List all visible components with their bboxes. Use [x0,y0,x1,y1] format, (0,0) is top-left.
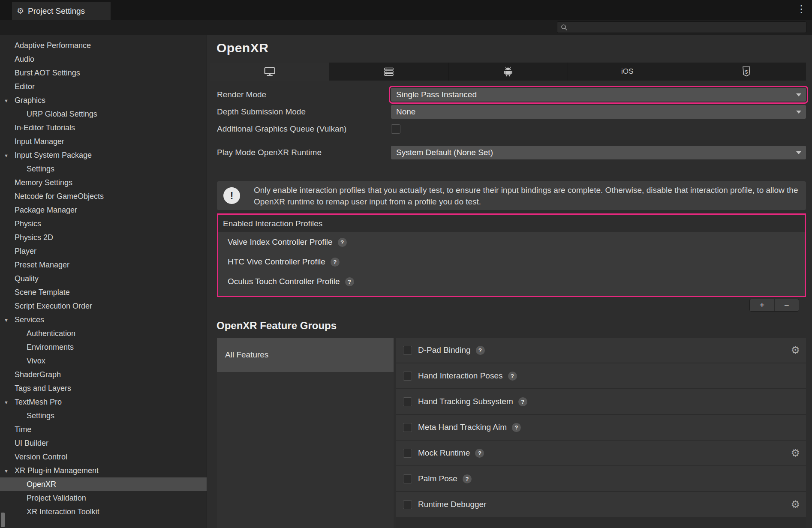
sidebar-item[interactable]: ▼ Tags and Layers [0,381,207,395]
sidebar-item[interactable]: ▼ Physics 2D [0,231,207,244]
feature-settings-gear-icon[interactable]: ⚙ [791,448,800,458]
feature-checkbox[interactable] [403,449,412,458]
platform-tab-desktop[interactable] [210,63,329,81]
sidebar-item[interactable]: ▼ XR Interaction Toolkit [0,505,207,519]
sidebar-item[interactable]: ▼ Burst AOT Settings [0,66,207,80]
sidebar-item[interactable]: ▼ OpenXR [0,477,207,491]
sidebar-item[interactable]: ▼ Adaptive Performance [0,39,207,52]
feature-row[interactable]: Palm Pose ? ⚙ [396,466,806,491]
feature-row[interactable]: Meta Hand Tracking Aim ? ⚙ [396,415,806,440]
feature-row[interactable]: Mock Runtime ? ⚙ [396,441,806,465]
sidebar-item[interactable]: ▼ Project Validation [0,491,207,505]
sidebar-item[interactable]: ▼ Services [0,313,207,327]
feature-label: D-Pad Binding [418,345,471,355]
sidebar-item[interactable]: ▼ Netcode for GameObjects [0,189,207,203]
interaction-profile-row[interactable]: Valve Index Controller Profile ? [218,232,805,252]
sidebar-item[interactable]: ▼ ShaderGraph [0,368,207,381]
sidebar-item-label: ShaderGraph [15,370,61,379]
sidebar-item[interactable]: ▼ Scene Template [0,285,207,299]
feature-checkbox[interactable] [403,500,412,509]
feature-row[interactable]: Runtime Debugger ? ⚙ [396,492,806,517]
feature-row[interactable]: D-Pad Binding ? ⚙ [396,338,806,363]
foldout-triangle-icon[interactable]: ▼ [4,464,9,478]
render-mode-dropdown[interactable]: Single Pass Instanced [391,88,806,102]
features-list: D-Pad Binding ? ⚙ Hand Interaction Poses… [396,338,806,528]
interaction-profile-label: HTC Vive Controller Profile [228,257,325,267]
foldout-triangle-icon[interactable]: ▼ [4,396,9,409]
sidebar-item[interactable]: ▼ Settings [0,162,207,176]
sidebar-item[interactable]: ▼ In-Editor Tutorials [0,121,207,135]
feature-checkbox[interactable] [403,423,412,432]
sidebar-item[interactable]: ▼ Version Control [0,450,207,464]
sidebar-item-label: XR Plug-in Management [15,466,99,475]
feature-row[interactable]: Hand Tracking Subsystem ? ⚙ [396,389,806,414]
sidebar-item-label: UI Builder [15,439,48,447]
feature-checkbox[interactable] [403,372,412,381]
sidebar-item[interactable]: ▼ Physics [0,217,207,231]
help-icon[interactable]: ? [475,449,484,458]
sidebar-item[interactable]: ▼ Package Manager [0,203,207,217]
help-icon[interactable]: ? [338,238,347,247]
foldout-triangle-icon[interactable]: ▼ [4,149,9,162]
platform-tab-dedicated-server[interactable] [329,63,448,81]
platform-tab-android[interactable] [448,63,567,81]
sidebar-item[interactable]: ▼ Settings [0,409,207,423]
feature-group-item[interactable]: All Features [217,338,394,372]
sidebar-item[interactable]: ▼ Audio [0,52,207,66]
foldout-triangle-icon[interactable]: ▼ [4,313,9,327]
sidebar-item[interactable]: ▼ Editor [0,80,207,93]
sidebar-item-label: Time [15,425,31,434]
feature-row[interactable]: Hand Interaction Poses ? ⚙ [396,363,806,388]
help-icon[interactable]: ? [508,372,517,381]
sidebar-item[interactable]: ▼ Time [0,423,207,436]
help-icon[interactable]: ? [331,258,340,267]
sidebar-item[interactable]: ▼ TextMesh Pro [0,395,207,409]
sidebar-item[interactable]: ▼ Authentication [0,327,207,340]
foldout-triangle-icon[interactable]: ▼ [4,94,9,108]
sidebar-item-label: OpenXR [27,480,56,489]
help-icon[interactable]: ? [518,397,527,406]
feature-settings-gear-icon[interactable]: ⚙ [791,345,800,355]
platform-tab-webgl[interactable]: 5 [687,63,806,81]
add-profile-button[interactable]: + [750,299,775,311]
play-mode-runtime-dropdown[interactable]: System Default (None Set) [391,146,806,159]
html5-icon: 5 [742,66,751,77]
help-icon[interactable]: ? [512,423,521,432]
sidebar-item[interactable]: ▼ Script Execution Order [0,299,207,313]
remove-profile-button[interactable]: − [775,299,799,311]
depth-submission-mode-dropdown[interactable]: None [391,105,806,119]
sidebar-item[interactable]: ▼ Environments [0,340,207,354]
help-icon[interactable]: ? [463,474,472,483]
sidebar-item[interactable]: ▼ Player [0,244,207,258]
sidebar-item[interactable]: ▼ Preset Manager [0,258,207,272]
sidebar-item-label: Version Control [15,453,67,461]
feature-checkbox[interactable] [403,474,412,483]
sidebar-item[interactable]: ▼ UI Builder [0,436,207,450]
settings-sidebar: ▼ Adaptive Performance ▼ Audio ▼ Burst A… [0,35,207,528]
project-settings-tab[interactable]: ⚙ Project Settings [12,2,111,20]
help-icon[interactable]: ? [476,346,485,355]
sidebar-item[interactable]: ▼ XR Plug-in Management [0,464,207,477]
sidebar-item[interactable]: ▼ Input Manager [0,135,207,148]
sidebar-item[interactable]: ▼ Graphics [0,93,207,107]
search-box[interactable] [557,21,806,33]
platform-tab-ios[interactable]: iOS [568,63,687,81]
feature-checkbox[interactable] [403,346,412,355]
feature-checkbox[interactable] [403,397,412,406]
sidebar-scrollbar-thumb[interactable] [1,513,5,527]
interaction-profile-row[interactable]: HTC Vive Controller Profile ? [218,252,805,272]
sidebar-item[interactable]: ▼ URP Global Settings [0,107,207,121]
help-icon[interactable]: ? [345,277,354,286]
sidebar-item[interactable]: ▼ Quality [0,272,207,285]
additional-graphics-queue-checkbox[interactable] [391,124,400,134]
sidebar-item[interactable]: ▼ Vivox [0,354,207,368]
feature-settings-gear-icon[interactable]: ⚙ [791,499,800,510]
sidebar-item[interactable]: ▼ Memory Settings [0,176,207,189]
sidebar-item[interactable]: ▼ Input System Package [0,148,207,162]
search-input[interactable] [570,23,806,31]
kebab-menu-icon[interactable]: ⋮ [795,3,808,15]
interaction-profile-row[interactable]: Oculus Touch Controller Profile ? [218,272,805,291]
play-mode-runtime-label: Play Mode OpenXR Runtime [217,146,322,159]
android-icon [503,66,513,77]
project-settings-window: ⚙ Project Settings ⋮ ▼ Adaptive Performa… [0,0,812,528]
